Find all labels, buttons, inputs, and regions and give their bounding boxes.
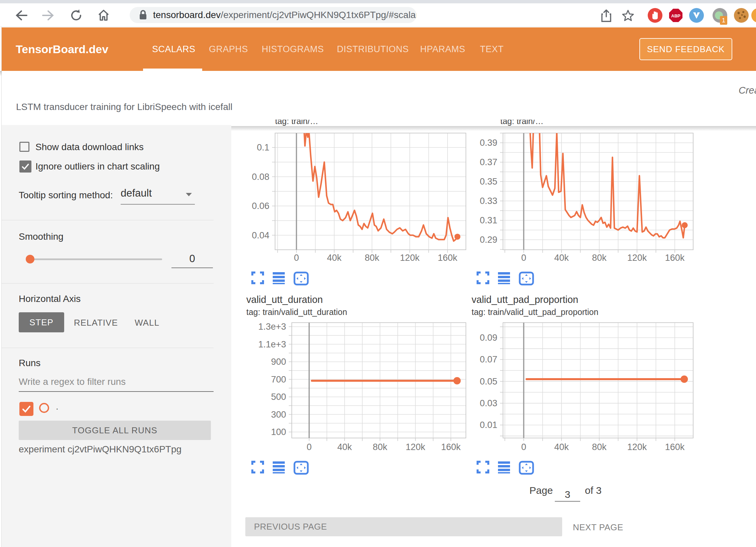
- svg-text:1.1e+3: 1.1e+3: [258, 339, 286, 349]
- tab-text[interactable]: TEXT: [480, 44, 504, 54]
- forward-icon[interactable]: [41, 9, 56, 22]
- previous-page-button[interactable]: PREVIOUS PAGE: [245, 517, 562, 536]
- lock-icon: [139, 10, 147, 20]
- clipped-chart-tag-left: tag: train/…: [275, 120, 449, 126]
- axis-step-button[interactable]: STEP: [19, 312, 64, 332]
- fit-domain-icon[interactable]: [293, 271, 309, 286]
- fullscreen-icon[interactable]: [477, 271, 489, 284]
- share-icon[interactable]: [600, 9, 613, 23]
- check-icon: [21, 162, 30, 171]
- tooltip-select-underline: [121, 204, 195, 205]
- svg-text:40k: 40k: [554, 442, 569, 452]
- svg-text:80k: 80k: [592, 442, 607, 452]
- smoothing-value-input[interactable]: 0: [171, 253, 213, 265]
- svg-text:120k: 120k: [627, 253, 647, 263]
- fit-domain-icon[interactable]: [519, 271, 534, 286]
- smoothing-label: Smoothing: [19, 231, 64, 242]
- axis-relative-button[interactable]: RELATIVE: [74, 318, 118, 328]
- chart-tag-valid-utt-pad-proportion: tag: train/valid_utt_pad_proportion: [472, 307, 598, 317]
- extension-stop-hand-icon[interactable]: [648, 8, 662, 23]
- svg-text:0.29: 0.29: [480, 235, 497, 245]
- fit-domain-icon[interactable]: [293, 461, 309, 475]
- toggle-all-runs-button[interactable]: TOGGLE ALL RUNS: [19, 421, 211, 440]
- bookmark-star-icon[interactable]: [621, 9, 635, 23]
- smoothing-slider-track[interactable]: [30, 258, 162, 260]
- app-header: TensorBoard.dev SCALARS GRAPHS HISTOGRAM…: [2, 27, 756, 71]
- svg-text:80k: 80k: [592, 253, 607, 263]
- smoothing-slider-thumb[interactable]: [26, 255, 34, 263]
- pagination-page-input[interactable]: 3: [555, 489, 580, 500]
- svg-text:0.05: 0.05: [480, 376, 497, 387]
- svg-text:160k: 160k: [438, 253, 458, 263]
- chart-actions-top-left: [251, 271, 309, 286]
- runs-regex-input[interactable]: Write a regex to filter runs: [19, 376, 126, 387]
- svg-text:0: 0: [521, 253, 526, 263]
- tab-hparams[interactable]: HPARAMS: [420, 44, 465, 54]
- extension-cookie-icon[interactable]: [734, 8, 749, 23]
- pagination-of-label: of 3: [585, 485, 602, 496]
- runs-list-icon[interactable]: [272, 461, 285, 473]
- svg-text:80k: 80k: [365, 253, 379, 263]
- chart-0: 0.10.080.060.04040k80k120k160k: [252, 111, 466, 263]
- next-page-button[interactable]: NEXT PAGE: [573, 522, 623, 533]
- horizontal-axis-label: Horizontal Axis: [19, 294, 81, 304]
- extension-gray-green-icon[interactable]: 1: [713, 8, 727, 23]
- subheader-bar: Crea LSTM transducer training for LibriS…: [2, 71, 756, 125]
- svg-text:0.04: 0.04: [252, 230, 269, 240]
- extension-v-icon[interactable]: [689, 8, 704, 23]
- clipped-right-text: Crea: [739, 85, 756, 96]
- svg-text:300: 300: [271, 410, 286, 420]
- chart-3: 0.090.070.050.030.01040k80k120k160k: [480, 323, 693, 452]
- extension-abp-icon[interactable]: ABP: [668, 8, 683, 23]
- svg-text:0: 0: [521, 442, 526, 452]
- chevron-down-icon: [185, 193, 192, 197]
- fullscreen-icon[interactable]: [251, 271, 264, 284]
- chart-title-valid-utt-pad-proportion: valid_utt_pad_proportion: [472, 294, 578, 305]
- abp-text: ABP: [671, 13, 680, 18]
- chart-actions-bottom-left: [251, 461, 309, 475]
- tooltip-sorting-select[interactable]: default: [121, 187, 195, 202]
- tab-scalars[interactable]: SCALARS: [152, 44, 196, 54]
- runs-list-icon[interactable]: [497, 271, 511, 284]
- runs-list-icon[interactable]: [272, 271, 285, 284]
- check-icon: [21, 404, 31, 414]
- tab-graphs[interactable]: GRAPHS: [209, 44, 248, 54]
- fullscreen-icon[interactable]: [251, 461, 264, 473]
- extension-badge: 1: [720, 16, 727, 25]
- url-bar[interactable]: tensorboard.dev/experiment/cj2vtPiwQHKN9…: [130, 7, 416, 23]
- runs-list-icon[interactable]: [497, 461, 511, 473]
- show-download-links-checkbox[interactable]: [19, 142, 29, 152]
- run-color-circle[interactable]: [39, 403, 49, 413]
- browser-tab-strip: [0, 0, 756, 3]
- fullscreen-icon[interactable]: [477, 461, 489, 473]
- svg-text:160k: 160k: [665, 253, 685, 263]
- ignore-outliers-checkbox[interactable]: [19, 160, 31, 173]
- svg-text:1.3e+3: 1.3e+3: [258, 322, 286, 332]
- ignore-outliers-label: Ignore outliers in chart scaling: [35, 161, 160, 172]
- app-logo[interactable]: TensorBoard.dev: [16, 43, 108, 56]
- smoothing-value-underline: [171, 267, 213, 268]
- pagination-page-underline: [555, 501, 580, 502]
- show-download-links-label: Show data download links: [35, 142, 144, 152]
- url-host: tensorboard.dev: [153, 10, 221, 20]
- divider: [2, 220, 214, 220]
- experiment-id-line: experiment cj2vtPiwQHKN9Q1tx6PTpg: [19, 444, 181, 455]
- svg-text:120k: 120k: [400, 253, 420, 263]
- active-tab-underline: [143, 69, 202, 71]
- svg-text:0.03: 0.03: [480, 398, 497, 408]
- svg-text:700: 700: [271, 374, 286, 385]
- svg-text:40k: 40k: [327, 253, 342, 263]
- back-icon[interactable]: [13, 9, 28, 22]
- home-icon[interactable]: [96, 8, 111, 23]
- fit-domain-icon[interactable]: [519, 461, 534, 475]
- send-feedback-button[interactable]: SEND FEEDBACK: [639, 38, 732, 60]
- reload-icon[interactable]: [69, 8, 84, 23]
- tab-histograms[interactable]: HISTOGRAMS: [262, 44, 324, 54]
- url-path: /experiment/cj2vtPiwQHKN9Q1tx6PTpg/#scal…: [221, 10, 416, 20]
- axis-wall-button[interactable]: WALL: [135, 318, 159, 328]
- tab-distributions[interactable]: DISTRIBUTIONS: [337, 44, 409, 54]
- svg-text:80k: 80k: [373, 442, 387, 452]
- settings-sidebar: Show data download links Ignore outliers…: [2, 125, 231, 547]
- run-checkbox[interactable]: [19, 402, 33, 416]
- svg-text:0.08: 0.08: [252, 172, 269, 182]
